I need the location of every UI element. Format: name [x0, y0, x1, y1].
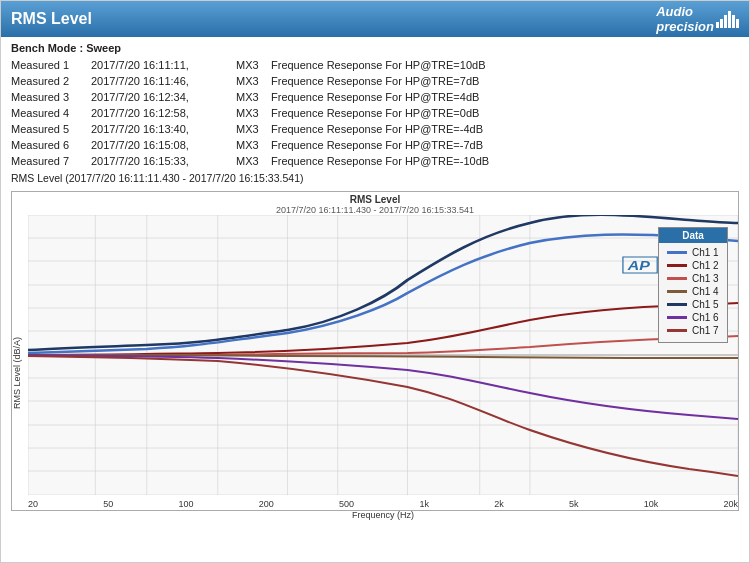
legend-item-7: Ch1 7: [667, 325, 719, 336]
measured-date-2: 2017/7/20 16:11:46,: [91, 74, 236, 90]
measured-date-7: 2017/7/20 16:15:33,: [91, 154, 236, 170]
legend-item-4: Ch1 4: [667, 286, 719, 297]
logo-text: Audioprecision: [656, 4, 714, 34]
measured-label-4: Measured 4: [11, 106, 91, 122]
measured-date-6: 2017/7/20 16:15:08,: [91, 138, 236, 154]
measured-label-3: Measured 3: [11, 90, 91, 106]
legend-color-2: [667, 264, 687, 267]
legend-color-4: [667, 290, 687, 293]
legend-item-5: Ch1 5: [667, 299, 719, 310]
legend-color-6: [667, 316, 687, 319]
bar2: [720, 19, 723, 28]
chart-title-area: RMS Level 2017/7/20 16:11:11.430 - 2017/…: [12, 192, 738, 215]
x-tick-50: 50: [103, 499, 113, 509]
measurement-row-2: Measured 2 2017/7/20 16:11:46, MX3 Frequ…: [11, 74, 739, 90]
chart-title: RMS Level: [12, 194, 738, 205]
x-tick-500: 500: [339, 499, 354, 509]
y-axis-label: RMS Level (dB/A): [12, 225, 28, 520]
svg-text:AP: AP: [627, 258, 651, 272]
bar1: [716, 22, 719, 28]
measured-device-7: MX3: [236, 154, 271, 170]
measured-date-4: 2017/7/20 16:12:58,: [91, 106, 236, 122]
legend-color-7: [667, 329, 687, 332]
legend-color-5: [667, 303, 687, 306]
measurement-row-5: Measured 5 2017/7/20 16:13:40, MX3 Frequ…: [11, 122, 739, 138]
page-title: RMS Level: [11, 10, 92, 28]
measured-label-2: Measured 2: [11, 74, 91, 90]
bar5: [732, 15, 735, 28]
legend-items: Ch1 1 Ch1 2 Ch1 3 Ch1 4 Ch1 5 Ch1 6 Ch1 …: [667, 247, 719, 336]
chart-inner: RMS Level (dB/A): [12, 215, 738, 520]
legend-item-3: Ch1 3: [667, 273, 719, 284]
measurement-row-7: Measured 7 2017/7/20 16:15:33, MX3 Frequ…: [11, 154, 739, 170]
measured-device-6: MX3: [236, 138, 271, 154]
chart-svg: +12 +10 +8 +6 +4 +2 0 -2 -4 -6 -8 -10 -1…: [28, 215, 738, 495]
measured-label-5: Measured 5: [11, 122, 91, 138]
bar6: [736, 19, 739, 28]
header-bar: RMS Level Audioprecision: [1, 1, 749, 37]
measured-desc-6: Frequence Reseponse For HP@TRE=-7dB: [271, 138, 739, 154]
bench-mode-label: Bench Mode : Sweep: [11, 41, 739, 57]
measured-label-7: Measured 7: [11, 154, 91, 170]
main-container: RMS Level Audioprecision Bench Mode : Sw…: [0, 0, 750, 563]
x-axis-labels: 20 50 100 200 500 1k 2k 5k 10k 20k: [28, 497, 738, 509]
legend-color-1: [667, 251, 687, 254]
legend-label-1: Ch1 1: [692, 247, 719, 258]
x-tick-10k: 10k: [644, 499, 659, 509]
legend-title: Data: [659, 228, 727, 243]
measured-label-1: Measured 1: [11, 58, 91, 74]
legend-label-6: Ch1 6: [692, 312, 719, 323]
measurement-row-3: Measured 3 2017/7/20 16:12:34, MX3 Frequ…: [11, 90, 739, 106]
measured-label-6: Measured 6: [11, 138, 91, 154]
rms-range-label: RMS Level (2017/7/20 16:11:11.430 - 2017…: [11, 170, 739, 187]
measurement-row-4: Measured 4 2017/7/20 16:12:58, MX3 Frequ…: [11, 106, 739, 122]
x-axis-title: Frequency (Hz): [28, 510, 738, 520]
measured-desc-4: Frequence Reseponse For HP@TRE=0dB: [271, 106, 739, 122]
legend-label-2: Ch1 2: [692, 260, 719, 271]
x-tick-2k: 2k: [494, 499, 504, 509]
x-tick-20k: 20k: [723, 499, 738, 509]
measured-desc-3: Frequence Reseponse For HP@TRE=4dB: [271, 90, 739, 106]
bar3: [724, 15, 727, 28]
chart-area: RMS Level 2017/7/20 16:11:11.430 - 2017/…: [11, 191, 739, 511]
measured-device-3: MX3: [236, 90, 271, 106]
legend-label-3: Ch1 3: [692, 273, 719, 284]
measured-device-2: MX3: [236, 74, 271, 90]
legend-label-5: Ch1 5: [692, 299, 719, 310]
measured-desc-2: Frequence Reseponse For HP@TRE=7dB: [271, 74, 739, 90]
measurements-list: Measured 1 2017/7/20 16:11:11, MX3 Frequ…: [11, 58, 739, 170]
measured-device-1: MX3: [236, 58, 271, 74]
x-tick-20: 20: [28, 499, 38, 509]
legend-color-3: [667, 277, 687, 280]
measured-desc-5: Frequence Reseponse For HP@TRE=-4dB: [271, 122, 739, 138]
logo-bars-icon: [716, 10, 739, 28]
measured-desc-7: Frequence Reseponse For HP@TRE=-10dB: [271, 154, 739, 170]
x-tick-200: 200: [259, 499, 274, 509]
audio-precision-logo: Audioprecision: [656, 4, 739, 34]
x-tick-100: 100: [179, 499, 194, 509]
info-section: Bench Mode : Sweep Measured 1 2017/7/20 …: [1, 37, 749, 191]
measured-date-1: 2017/7/20 16:11:11,: [91, 58, 236, 74]
x-tick-5k: 5k: [569, 499, 579, 509]
measured-desc-1: Frequence Reseponse For HP@TRE=10dB: [271, 58, 739, 74]
chart-subtitle: 2017/7/20 16:11:11.430 - 2017/7/20 16:15…: [12, 205, 738, 215]
measurement-row-6: Measured 6 2017/7/20 16:15:08, MX3 Frequ…: [11, 138, 739, 154]
legend-item-1: Ch1 1: [667, 247, 719, 258]
legend-item-2: Ch1 2: [667, 260, 719, 271]
measurement-row-1: Measured 1 2017/7/20 16:11:11, MX3 Frequ…: [11, 58, 739, 74]
chart-graph-container: +12 +10 +8 +6 +4 +2 0 -2 -4 -6 -8 -10 -1…: [28, 215, 738, 520]
measured-device-5: MX3: [236, 122, 271, 138]
bar4: [728, 11, 731, 28]
legend-item-6: Ch1 6: [667, 312, 719, 323]
measured-device-4: MX3: [236, 106, 271, 122]
legend-label-4: Ch1 4: [692, 286, 719, 297]
measured-date-3: 2017/7/20 16:12:34,: [91, 90, 236, 106]
measured-date-5: 2017/7/20 16:13:40,: [91, 122, 236, 138]
legend-box: Data Ch1 1 Ch1 2 Ch1 3 Ch1 4 Ch1 5 Ch1 6…: [658, 227, 728, 343]
x-tick-1k: 1k: [419, 499, 429, 509]
legend-label-7: Ch1 7: [692, 325, 719, 336]
